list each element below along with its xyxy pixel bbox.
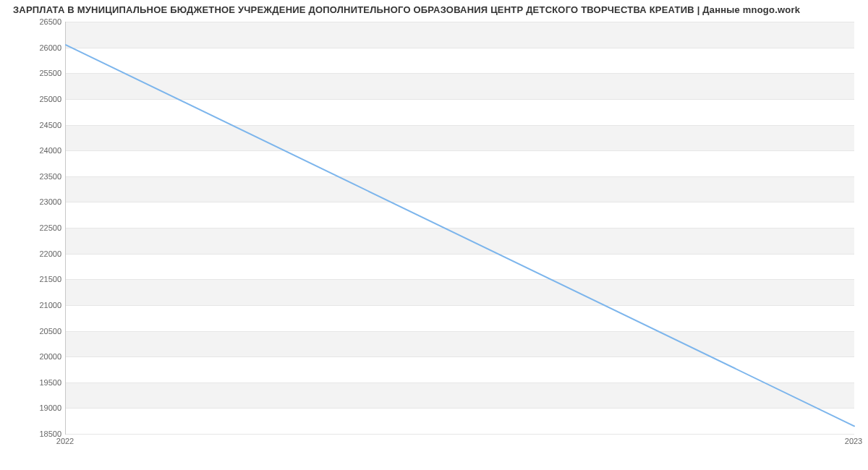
y-tick-label: 20000 (4, 352, 61, 361)
y-gridline (66, 434, 854, 435)
x-tick-label: 2023 (845, 437, 862, 445)
chart-title: ЗАРПЛАТА В МУНИЦИПАЛЬНОЕ БЮДЖЕТНОЕ УЧРЕЖ… (13, 4, 861, 15)
y-tick-label: 26500 (4, 17, 61, 26)
y-tick-label: 21500 (4, 275, 61, 283)
line-layer (66, 22, 854, 434)
y-tick-label: 24500 (4, 121, 61, 129)
y-tick-label: 25500 (4, 69, 61, 77)
y-tick-label: 23500 (4, 172, 61, 181)
y-tick-label: 18500 (4, 430, 61, 438)
x-tick-label: 2022 (56, 437, 74, 445)
y-tick-label: 22000 (4, 249, 61, 258)
y-tick-label: 19500 (4, 378, 61, 387)
y-tick-label: 25000 (4, 95, 61, 103)
y-tick-label: 23000 (4, 197, 61, 206)
series-line (66, 45, 854, 426)
chart-container: ЗАРПЛАТА В МУНИЦИПАЛЬНОЕ БЮДЖЕТНОЕ УЧРЕЖ… (0, 0, 868, 470)
y-tick-label: 24000 (4, 146, 61, 155)
y-tick-label: 22500 (4, 223, 61, 232)
y-tick-label: 20500 (4, 327, 61, 336)
plot-area (65, 22, 854, 435)
y-tick-label: 21000 (4, 301, 61, 309)
y-tick-label: 19000 (4, 403, 61, 412)
y-tick-label: 26000 (4, 43, 61, 52)
